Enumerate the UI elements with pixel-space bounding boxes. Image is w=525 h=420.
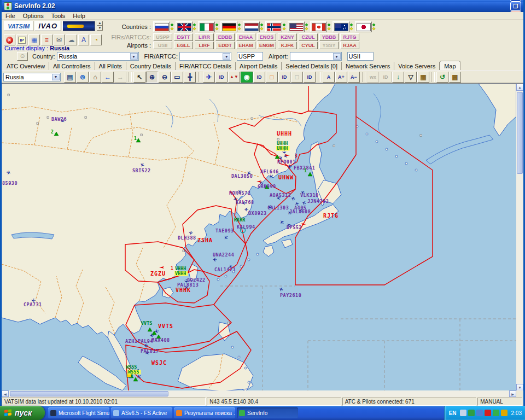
flag-button-de[interactable] (220, 21, 237, 32)
show-pilots-button[interactable]: ✈ (203, 72, 215, 83)
back-button[interactable]: ← (102, 72, 114, 83)
tab-all-pilots[interactable]: All Pilots (95, 62, 126, 70)
aircraft-callsign[interactable]: UNA2244 (213, 252, 234, 258)
map-horizontal-scrollbar[interactable]: ◀ ▶ (2, 390, 516, 397)
flag-button-au[interactable] (332, 21, 349, 32)
aircraft-callsign[interactable]: DLH388 (178, 235, 196, 241)
chevron-down-icon[interactable]: ▼ (52, 74, 60, 80)
aircraft-callsign[interactable]: KAL768 (236, 200, 254, 205)
airport-marker[interactable] (251, 118, 253, 119)
aircraft-callsign[interactable]: BAW26 (51, 116, 67, 122)
zoom-rect-button[interactable]: ▭ (171, 72, 183, 83)
menu-options[interactable]: Options (19, 13, 48, 19)
tab-network-servers[interactable]: Network Servers (342, 62, 394, 70)
scroll-up-icon[interactable]: ▲ (516, 84, 523, 91)
antivirus-icon[interactable] (493, 410, 499, 416)
fir-button-czul[interactable]: CZUL (299, 33, 318, 41)
ip-address-button[interactable]: IP (16, 34, 28, 45)
font-button[interactable]: A (78, 34, 90, 45)
tab-selected-details-0-[interactable]: Selected Details [0] (282, 62, 342, 70)
scroll-left-icon[interactable]: ◀ (2, 390, 9, 397)
aircraft-callsign[interactable]: JJN4793 (307, 199, 329, 204)
flag-button-jp[interactable] (355, 21, 372, 32)
country-flag-de[interactable] (220, 21, 241, 32)
airport-marker[interactable] (141, 134, 142, 136)
dialup-icon[interactable] (460, 410, 466, 416)
airport-marker[interactable] (333, 145, 335, 147)
restore-button[interactable]: ❐ (510, 2, 521, 11)
map-vertical-scrollbar[interactable]: ▲ ▼ (516, 84, 523, 391)
ati-icon[interactable] (485, 410, 491, 416)
aircraft-callsign[interactable]: CAL1303 (267, 205, 289, 211)
airport-marker[interactable] (183, 250, 184, 252)
menu-help[interactable]: Help (69, 13, 89, 19)
flag-button-ru[interactable] (153, 21, 170, 32)
menu-tools[interactable]: Tools (48, 13, 69, 19)
aircraft-callsign[interactable]: CAL1421 (214, 267, 236, 272)
country-select[interactable]: Russia ▼ (57, 52, 139, 61)
tab-airport-details[interactable]: Airport Details (236, 62, 282, 70)
country-flag-ca[interactable] (310, 21, 330, 32)
fir-button-edbb[interactable]: EDBB (215, 33, 235, 41)
tab-map[interactable]: Map (440, 61, 460, 70)
list-button[interactable]: ≡ (41, 34, 52, 45)
map-properties-button[interactable]: ▦ (417, 72, 429, 83)
tab-fir-artcc-details[interactable]: FIR/ARTCC Details (176, 62, 236, 70)
aircraft-callsign[interactable]: KOR4572 (229, 190, 250, 196)
aircraft-callsign[interactable]: MAX408 (151, 337, 170, 343)
flag-button-nl[interactable] (243, 21, 260, 32)
aircraft-callsign[interactable]: PAY2610 (280, 293, 301, 298)
show-uir-borders-button[interactable]: □ (291, 72, 303, 83)
country-flag-nl[interactable] (243, 21, 263, 32)
airport-code-input[interactable] (347, 52, 374, 61)
zoom-out-button[interactable]: ⊖ (159, 72, 171, 83)
map-canvas[interactable]: ✈✈✈✈✈✈✈✈✈✈✈✈✈✈✈✈✈✈✈✈✈✈✈✈✈✈✈✈✈✈✈✈✈✈✈✈✈✈UH… (2, 84, 516, 391)
fir-code-input[interactable] (237, 52, 263, 61)
aircraft-callsign[interactable]: DAL3050 (231, 173, 253, 179)
show-climb-descend-button[interactable]: ▲▼ (228, 72, 240, 83)
atc-label[interactable]: VVTS (141, 320, 152, 326)
fir-button-ybbb[interactable]: YBBB (319, 33, 339, 41)
country-flag-ru[interactable] (153, 21, 173, 32)
flag-button-ca[interactable] (310, 21, 327, 32)
country-flag-no[interactable] (265, 21, 285, 32)
atc-label[interactable]: VHHH (175, 271, 186, 276)
fir-label[interactable]: ZSHA (197, 237, 213, 243)
tab-all-controllers[interactable]: All Controllers (49, 62, 95, 70)
fs-banner-logo-button[interactable] (62, 21, 95, 31)
flag-button-no[interactable] (265, 21, 282, 32)
show-fir-borders-button[interactable]: □ (266, 72, 278, 83)
flag-button-gb[interactable] (176, 21, 192, 32)
country-flag-it[interactable] (198, 21, 218, 32)
refresh-button[interactable]: ↺ (436, 72, 448, 83)
country-flag-jp[interactable] (355, 21, 375, 32)
airport-marker[interactable] (420, 135, 422, 136)
aircraft-callsign[interactable]: TAE093 (215, 228, 234, 234)
country-flag-gb[interactable] (176, 21, 196, 32)
fir-label[interactable]: RJTG (323, 213, 339, 219)
fir-label[interactable]: UHWW (278, 174, 294, 180)
language-indicator[interactable]: EN (449, 410, 457, 416)
data-grid-button[interactable]: ▦ (28, 34, 40, 45)
aircraft-callsign[interactable]: UPS52 (287, 225, 302, 230)
servinfo-tray-icon[interactable] (468, 410, 475, 416)
fir-label[interactable]: VHHK (176, 287, 191, 293)
fir-button-enos[interactable]: ENOS (257, 33, 276, 41)
menu-file[interactable]: File (2, 13, 19, 19)
aircraft-callsign[interactable]: AZH1 (125, 339, 137, 344)
home-button[interactable]: ⌂ (89, 72, 101, 83)
airport-marker[interactable] (37, 122, 38, 124)
aircraft-callsign[interactable]: CPA731 (24, 302, 42, 307)
country-flag-us[interactable] (288, 21, 308, 32)
font-button[interactable]: A (323, 72, 335, 83)
volume-icon[interactable] (501, 410, 508, 416)
pilot-id-button[interactable]: ID (215, 72, 228, 83)
weather-button[interactable]: ☁ (66, 34, 77, 45)
aircraft-callsign[interactable]: AOA5312 (270, 192, 291, 198)
fir-id-button[interactable]: ID (278, 72, 290, 83)
airport-marker[interactable] (85, 116, 86, 118)
map-viewport[interactable]: ✈✈✈✈✈✈✈✈✈✈✈✈✈✈✈✈✈✈✈✈✈✈✈✈✈✈✈✈✈✈✈✈✈✈✈✈✈✈UH… (2, 83, 523, 397)
fir-button-lirr[interactable]: LIRR (195, 33, 214, 41)
pan-button[interactable]: ╋ (184, 72, 196, 83)
airport-select[interactable]: ▼ (290, 52, 342, 61)
